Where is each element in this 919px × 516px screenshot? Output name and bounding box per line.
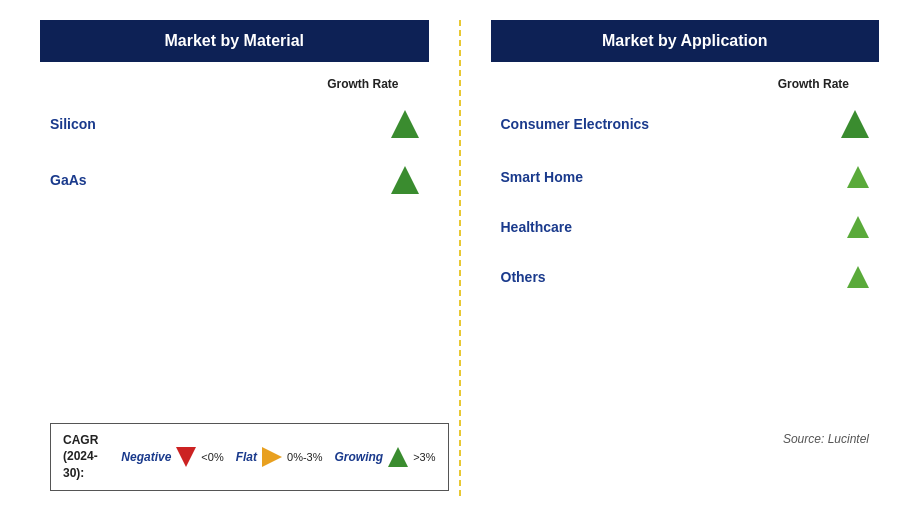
consumer-electronics-label: Consumer Electronics [501, 116, 650, 132]
legend-negative-label: Negative [121, 450, 171, 464]
gaas-arrow-container [379, 166, 429, 194]
legend-negative-arrow-icon [176, 447, 196, 467]
legend-growing-range: >3% [413, 451, 435, 463]
list-item: GaAs [40, 152, 429, 208]
legend-growing-arrow-icon [388, 447, 408, 467]
healthcare-growth-arrow-icon [847, 216, 869, 238]
smart-home-arrow-container [829, 166, 879, 188]
silicon-arrow-container [379, 110, 429, 138]
right-panel: Market by Application Growth Rate Consum… [471, 10, 900, 506]
list-item: Healthcare [491, 202, 880, 252]
smart-home-label: Smart Home [501, 169, 583, 185]
legend-flat-arrow-icon [262, 447, 282, 467]
gaas-growth-arrow-icon [391, 166, 419, 194]
others-label: Others [501, 269, 546, 285]
legend-cagr-label: CAGR(2024-30): [63, 432, 109, 482]
right-panel-header: Market by Application [491, 20, 880, 62]
list-item: Smart Home [491, 152, 880, 202]
list-item: Consumer Electronics [491, 96, 880, 152]
healthcare-label: Healthcare [501, 219, 573, 235]
legend-growing-item: Growing >3% [335, 447, 436, 467]
left-panel: Market by Material Growth Rate Silicon G… [20, 10, 449, 506]
silicon-growth-arrow-icon [391, 110, 419, 138]
legend-negative-range: <0% [201, 451, 223, 463]
legend-negative-item: Negative <0% [121, 447, 223, 467]
consumer-electronics-arrow-container [829, 110, 879, 138]
list-item: Others [491, 252, 880, 302]
healthcare-arrow-container [829, 216, 879, 238]
consumer-electronics-growth-arrow-icon [841, 110, 869, 138]
right-growth-rate-label: Growth Rate [491, 77, 880, 91]
others-growth-arrow-icon [847, 266, 869, 288]
legend-growing-label: Growing [335, 450, 384, 464]
gaas-label: GaAs [50, 172, 87, 188]
legend-box: CAGR(2024-30): Negative <0% Flat 0%-3% G… [50, 423, 449, 491]
silicon-label: Silicon [50, 116, 96, 132]
left-panel-header: Market by Material [40, 20, 429, 62]
panel-divider [459, 20, 461, 496]
legend-flat-item: Flat 0%-3% [236, 447, 323, 467]
legend-flat-range: 0%-3% [287, 451, 322, 463]
main-container: Market by Material Growth Rate Silicon G… [0, 0, 919, 516]
others-arrow-container [829, 266, 879, 288]
left-growth-rate-label: Growth Rate [40, 77, 429, 91]
source-text: Source: Lucintel [783, 432, 869, 446]
smart-home-growth-arrow-icon [847, 166, 869, 188]
legend-flat-label: Flat [236, 450, 257, 464]
list-item: Silicon [40, 96, 429, 152]
